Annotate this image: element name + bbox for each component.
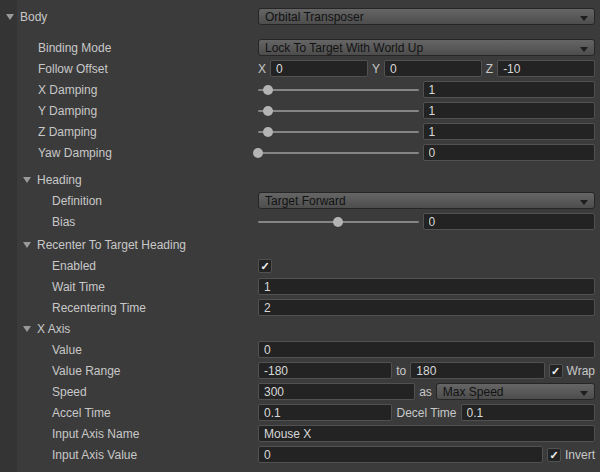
x-axis-foldout-label: X Axis — [0, 322, 258, 336]
foldout-down-icon[interactable] — [23, 242, 31, 248]
bias-field[interactable] — [423, 213, 596, 230]
row-recentering-time: Recentering Time — [0, 297, 600, 318]
slider-track[interactable] — [258, 131, 419, 133]
follow-offset-x-field[interactable] — [270, 60, 368, 77]
row-follow-offset: Follow Offset X Y Z — [0, 58, 600, 79]
enabled-label: Enabled — [0, 259, 258, 273]
x-axis-label: X Axis — [37, 322, 70, 336]
body-type-dropdown[interactable]: Orbital Transposer — [258, 8, 595, 25]
accel-time-field[interactable] — [258, 404, 392, 421]
dropdown-arrow-icon — [580, 47, 588, 52]
orbital-transposer-inspector: Body Orbital Transposer Binding Mode Loc… — [0, 0, 600, 465]
row-heading-header: Heading — [0, 169, 600, 190]
follow-offset-label: Follow Offset — [0, 62, 258, 76]
speed-label: Speed — [0, 385, 258, 399]
z-damping-label: Z Damping — [0, 125, 258, 139]
value-range-label: Value Range — [0, 364, 258, 378]
yaw-damping-field[interactable] — [423, 144, 596, 161]
y-damping-slider[interactable] — [258, 102, 419, 119]
slider-track[interactable] — [258, 89, 419, 91]
row-bias: Bias — [0, 211, 600, 232]
definition-dropdown-value: Target Forward — [265, 194, 346, 208]
dropdown-arrow-icon — [580, 16, 588, 21]
row-recenter-header: Recenter To Target Heading — [0, 234, 600, 255]
row-body: Body Orbital Transposer — [0, 6, 600, 27]
slider-knob[interactable] — [263, 127, 273, 137]
row-x-damping: X Damping — [0, 79, 600, 100]
row-definition: Definition Target Forward — [0, 190, 600, 211]
z-damping-slider[interactable] — [258, 123, 419, 140]
decel-time-label: Decel Time — [396, 406, 456, 420]
row-accel-time: Accel Time Decel Time — [0, 402, 600, 423]
slider-track[interactable] — [258, 152, 419, 154]
body-label: Body — [20, 10, 47, 24]
follow-offset-z-field[interactable] — [497, 60, 595, 77]
yaw-damping-label: Yaw Damping — [0, 146, 258, 160]
foldout-down-icon[interactable] — [23, 326, 31, 332]
input-axis-name-field[interactable] — [258, 425, 595, 442]
x-damping-field[interactable] — [423, 81, 596, 98]
foldout-down-icon[interactable] — [23, 177, 31, 183]
value-range-to-label: to — [396, 364, 406, 378]
recentering-time-field[interactable] — [258, 299, 595, 316]
slider-knob[interactable] — [253, 148, 263, 158]
yaw-damping-slider[interactable] — [258, 144, 419, 161]
speed-mode-dropdown-value: Max Speed — [443, 385, 504, 399]
enabled-checkbox[interactable]: ✓ — [258, 259, 272, 273]
input-axis-value-label: Input Axis Value — [0, 448, 258, 462]
slider-track[interactable] — [258, 110, 419, 112]
binding-mode-dropdown[interactable]: Lock To Target With World Up — [258, 39, 595, 56]
x-damping-slider[interactable] — [258, 81, 419, 98]
follow-offset-y-field[interactable] — [384, 60, 482, 77]
binding-mode-dropdown-value: Lock To Target With World Up — [265, 41, 423, 55]
row-value-range: Value Range to ✓ Wrap — [0, 360, 600, 381]
row-wait-time: Wait Time — [0, 276, 600, 297]
x-damping-label: X Damping — [0, 83, 258, 97]
accel-time-label: Accel Time — [0, 406, 258, 420]
input-axis-name-label: Input Axis Name — [0, 427, 258, 441]
y-damping-field[interactable] — [423, 102, 596, 119]
value-range-max-field[interactable] — [410, 362, 544, 379]
wrap-label: Wrap — [567, 364, 595, 378]
follow-offset-z-label: Z — [486, 62, 493, 76]
heading-foldout-label: Heading — [0, 173, 258, 187]
z-damping-field[interactable] — [423, 123, 596, 140]
speed-field[interactable] — [258, 383, 415, 400]
slider-knob[interactable] — [263, 85, 273, 95]
invert-label: Invert — [565, 448, 595, 462]
recenter-label: Recenter To Target Heading — [37, 238, 186, 252]
foldout-down-icon[interactable] — [6, 14, 14, 20]
recenter-foldout-label: Recenter To Target Heading — [0, 238, 258, 252]
row-speed: Speed as Max Speed — [0, 381, 600, 402]
row-y-damping: Y Damping — [0, 100, 600, 121]
follow-offset-y-label: Y — [372, 62, 380, 76]
value-field[interactable] — [258, 341, 595, 358]
body-foldout-label: Body — [0, 10, 258, 24]
value-range-min-field[interactable] — [258, 362, 392, 379]
input-axis-value-field[interactable] — [258, 446, 543, 463]
definition-label: Definition — [0, 194, 258, 208]
heading-label: Heading — [37, 173, 82, 187]
definition-dropdown[interactable]: Target Forward — [258, 192, 595, 209]
dropdown-arrow-icon — [580, 391, 588, 396]
speed-mode-dropdown[interactable]: Max Speed — [436, 383, 595, 400]
bias-slider[interactable] — [258, 213, 419, 230]
row-z-damping: Z Damping — [0, 121, 600, 142]
invert-checkbox[interactable]: ✓ — [547, 448, 561, 462]
row-x-axis-header: X Axis — [0, 318, 600, 339]
row-input-axis-value: Input Axis Value ✓ Invert — [0, 444, 600, 465]
row-binding-mode: Binding Mode Lock To Target With World U… — [0, 37, 600, 58]
wait-time-label: Wait Time — [0, 280, 258, 294]
wrap-checkbox[interactable]: ✓ — [549, 364, 563, 378]
row-input-axis-name: Input Axis Name — [0, 423, 600, 444]
wait-time-field[interactable] — [258, 278, 595, 295]
dropdown-arrow-icon — [580, 200, 588, 205]
body-type-dropdown-value: Orbital Transposer — [265, 10, 364, 24]
decel-time-field[interactable] — [461, 404, 595, 421]
slider-knob[interactable] — [263, 106, 273, 116]
binding-mode-label: Binding Mode — [0, 41, 258, 55]
slider-knob[interactable] — [333, 217, 343, 227]
row-yaw-damping: Yaw Damping — [0, 142, 600, 163]
row-enabled: Enabled ✓ — [0, 255, 600, 276]
value-label: Value — [0, 343, 258, 357]
